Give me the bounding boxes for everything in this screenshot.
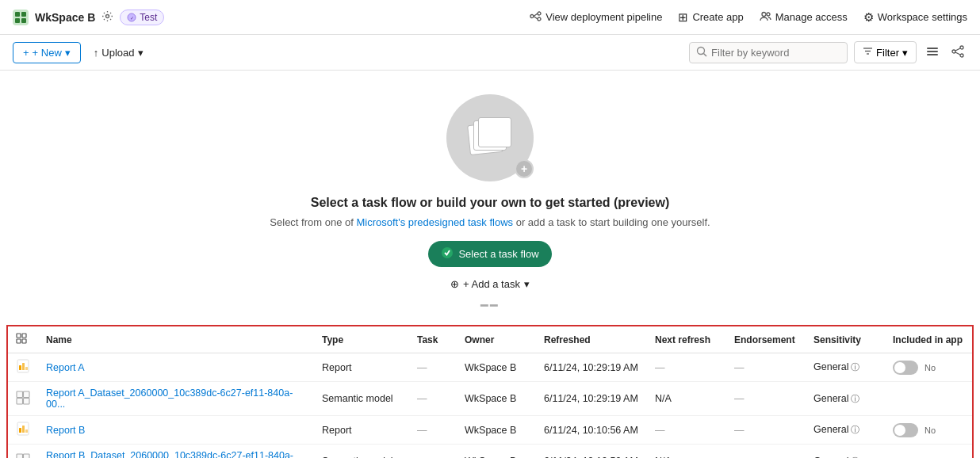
row-name[interactable]: Report B xyxy=(38,416,314,445)
manage-access-icon xyxy=(760,10,771,25)
add-task-button[interactable]: ⊕ + Add a task ▾ xyxy=(441,273,539,295)
svg-rect-29 xyxy=(22,334,26,338)
table-row: Report BReport—WkSpace B6/11/24, 10:10:5… xyxy=(8,416,972,445)
row-owner: WkSpace B xyxy=(457,353,536,382)
share-icon[interactable] xyxy=(948,42,967,63)
create-app-label: Create app xyxy=(692,11,743,23)
row-icon xyxy=(8,445,38,459)
divider-handle[interactable]: ━━ xyxy=(474,301,506,309)
filter-button[interactable]: Filter ▾ xyxy=(854,41,917,63)
row-sensitivity: Generalⓘ xyxy=(806,416,885,445)
svg-point-24 xyxy=(960,54,963,57)
svg-rect-21 xyxy=(927,54,938,55)
svg-rect-33 xyxy=(19,365,21,370)
row-owner: WkSpace B xyxy=(457,382,536,416)
upload-button[interactable]: ↑ Upload ▾ xyxy=(87,43,150,63)
sensitivity-info-icon[interactable]: ⓘ xyxy=(851,425,859,434)
microsoft-link[interactable]: Microsoft's predesigned task flows xyxy=(356,216,513,228)
row-endorsement: — xyxy=(726,445,806,459)
sparkle-icon-2: ✦ xyxy=(521,101,527,109)
report-icon xyxy=(16,422,30,436)
row-included-in-app xyxy=(885,382,972,416)
svg-rect-28 xyxy=(17,334,21,338)
workspace-settings-label: Workspace settings xyxy=(878,11,967,23)
row-endorsement: — xyxy=(726,353,806,382)
sparkle-icon-3: ✦ xyxy=(450,162,456,170)
row-refreshed: 6/11/24, 10:29:19 AM xyxy=(536,353,647,382)
view-options-icon[interactable] xyxy=(923,42,942,63)
workspace-settings-gear-icon[interactable] xyxy=(101,10,113,25)
workspace-settings-button[interactable]: ⚙ Workspace settings xyxy=(863,10,967,25)
sensitivity-info-icon[interactable]: ⓘ xyxy=(851,394,859,403)
svg-rect-43 xyxy=(25,429,28,433)
view-deployment-pipeline-button[interactable]: View deployment pipeline xyxy=(530,10,662,25)
svg-rect-41 xyxy=(19,428,21,433)
svg-rect-20 xyxy=(927,51,938,52)
semantic-model-icon xyxy=(16,453,30,459)
manage-access-button[interactable]: Manage access xyxy=(760,10,848,25)
items-table: Name Type Task Owner Refreshed Next refr… xyxy=(8,326,972,458)
svg-rect-45 xyxy=(24,454,30,459)
included-toggle[interactable] xyxy=(893,361,918,375)
row-name[interactable]: Report B_Dataset_2060000_10c389dc-6c27-e… xyxy=(38,445,314,459)
row-name[interactable]: Report A_Dataset_2060000_10c389dc-6c27-e… xyxy=(38,382,314,416)
row-included-in-app: No xyxy=(885,353,972,382)
included-toggle[interactable] xyxy=(893,423,918,437)
svg-line-11 xyxy=(534,16,538,19)
sensitivity-info-icon[interactable]: ⓘ xyxy=(851,362,859,372)
empty-state-title: Select a task flow or build your own to … xyxy=(311,196,670,210)
svg-point-27 xyxy=(442,247,453,258)
table-row: Report A_Dataset_2060000_10c389dc-6c27-e… xyxy=(8,382,972,416)
svg-rect-0 xyxy=(15,12,20,17)
row-sensitivity: Generalⓘ xyxy=(806,445,885,459)
included-toggle-label: No xyxy=(924,426,936,435)
svg-rect-2 xyxy=(15,18,20,23)
row-task: — xyxy=(409,445,457,459)
row-type: Report xyxy=(314,353,409,382)
svg-point-22 xyxy=(960,46,963,49)
new-chevron-icon: ▾ xyxy=(65,47,71,59)
top-nav-right: View deployment pipeline ⊞ Create app Ma… xyxy=(530,10,967,25)
col-header-name: Name xyxy=(38,326,314,353)
col-header-owner: Owner xyxy=(457,326,536,353)
create-app-button[interactable]: ⊞ Create app xyxy=(678,10,743,25)
svg-rect-39 xyxy=(24,398,30,404)
filter-chevron-icon: ▾ xyxy=(902,47,908,59)
svg-rect-37 xyxy=(24,391,30,398)
upload-label: Upload xyxy=(101,47,134,59)
col-header-task: Task xyxy=(409,326,457,353)
svg-point-12 xyxy=(762,12,766,16)
upload-chevron-icon: ▾ xyxy=(138,47,144,59)
svg-point-8 xyxy=(538,12,541,15)
svg-rect-34 xyxy=(22,363,25,370)
search-box[interactable] xyxy=(689,42,848,63)
manage-access-label: Manage access xyxy=(775,11,848,23)
top-nav-left: WkSpace B ✓ Test xyxy=(13,10,164,25)
toolbar: + + New ▾ ↑ Upload ▾ xyxy=(0,35,980,71)
row-task: — xyxy=(409,416,457,445)
search-input[interactable] xyxy=(711,47,830,59)
new-button[interactable]: + + New ▾ xyxy=(13,42,81,63)
col-header-sensitivity: Sensitivity xyxy=(806,326,885,353)
svg-rect-36 xyxy=(17,391,23,398)
svg-point-7 xyxy=(530,14,534,17)
select-task-flow-button[interactable]: Select a task flow xyxy=(428,241,551,267)
svg-rect-44 xyxy=(17,454,23,459)
row-task: — xyxy=(409,353,457,382)
row-next-refresh: — xyxy=(647,416,726,445)
row-refreshed: 6/11/24, 10:10:56 AM xyxy=(536,445,647,459)
col-header-endorsement: Endorsement xyxy=(726,326,806,353)
upload-icon: ↑ xyxy=(94,47,99,59)
row-refreshed: 6/11/24, 10:10:56 AM xyxy=(536,416,647,445)
svg-text:✓: ✓ xyxy=(130,16,134,21)
row-sensitivity: Generalⓘ xyxy=(806,382,885,416)
workspace-name: WkSpace B xyxy=(35,11,95,24)
divider-icon: ━━ xyxy=(480,298,500,313)
row-sensitivity: Generalⓘ xyxy=(806,353,885,382)
row-name[interactable]: Report A xyxy=(38,353,314,382)
plus-badge: + xyxy=(515,159,534,178)
row-type: Semantic model xyxy=(314,445,409,459)
create-app-icon: ⊞ xyxy=(678,10,688,25)
workspace-icon xyxy=(13,10,29,25)
col-header-next-refresh: Next refresh xyxy=(647,326,726,353)
